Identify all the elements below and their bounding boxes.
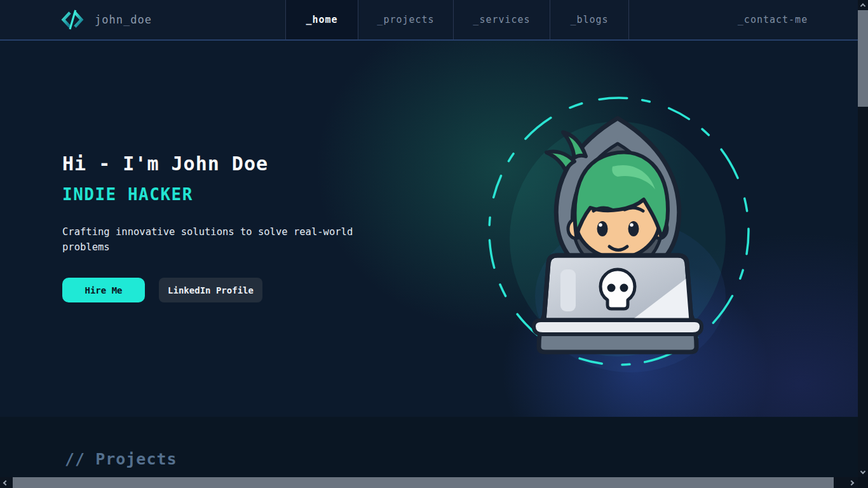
- hero-tagline: Crafting innovative solutions to solve r…: [62, 224, 372, 255]
- hacker-illustration: [478, 86, 764, 372]
- projects-section: // Projects: [0, 417, 858, 477]
- linkedin-profile-button[interactable]: LinkedIn Profile: [159, 278, 262, 302]
- hire-me-button[interactable]: Hire Me: [62, 278, 145, 302]
- chevron-right-icon[interactable]: [846, 477, 857, 488]
- brand-name: john_doe: [95, 13, 152, 26]
- projects-heading: // Projects: [65, 450, 177, 468]
- nav-item-projects[interactable]: _projects: [358, 0, 453, 39]
- nav-item-blogs[interactable]: _blogs: [550, 0, 628, 39]
- nav-item-home[interactable]: _home: [285, 0, 358, 39]
- chevron-down-icon[interactable]: [858, 467, 868, 476]
- nav-item-contact-me[interactable]: _contact-me: [628, 0, 858, 39]
- nav-menu: _home _projects _services _blogs _contac…: [285, 0, 858, 39]
- hero-section: Hi - I'm John Doe INDIE HACKER Crafting …: [0, 41, 858, 417]
- navbar: john_doe _home _projects _services _blog…: [0, 0, 858, 41]
- vertical-scrollbar-thumb[interactable]: [858, 10, 868, 107]
- cta-row: Hire Me LinkedIn Profile: [62, 278, 405, 302]
- hero-copy: Hi - I'm John Doe INDIE HACKER Crafting …: [62, 152, 405, 302]
- eye: [628, 221, 639, 236]
- scrollbar-corner: [858, 477, 868, 488]
- code-slash-icon: [60, 8, 85, 32]
- horizontal-scrollbar-thumb[interactable]: [13, 477, 834, 488]
- hero-greeting: Hi - I'm John Doe: [62, 152, 405, 175]
- horizontal-scrollbar[interactable]: [0, 477, 858, 488]
- nav-item-services[interactable]: _services: [453, 0, 550, 39]
- chevron-left-icon[interactable]: [0, 477, 11, 488]
- hero-role: INDIE HACKER: [62, 185, 405, 204]
- eye: [597, 221, 608, 236]
- chevron-up-icon[interactable]: [858, 0, 868, 10]
- brand[interactable]: john_doe: [60, 0, 152, 39]
- vertical-scrollbar[interactable]: [858, 0, 868, 477]
